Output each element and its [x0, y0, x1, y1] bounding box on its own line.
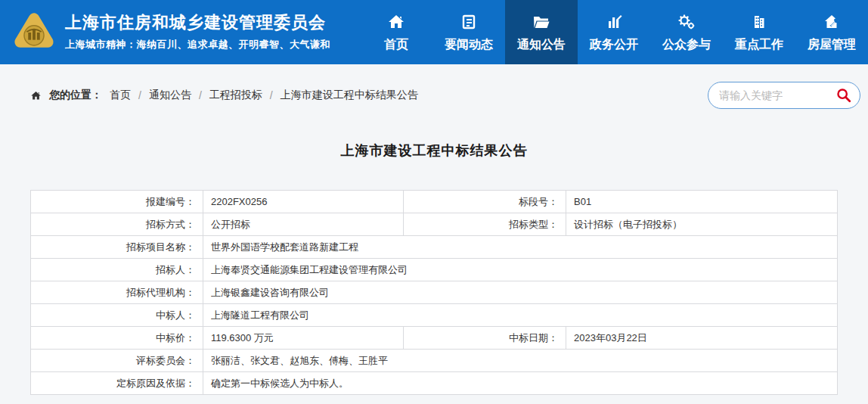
- news-icon: [460, 12, 478, 32]
- table-row: 招标代理机构： 上海银鑫建设咨询有限公司: [31, 281, 838, 304]
- table-row: 评标委员会： 张丽洁、张文君、赵旭东、傅梅、王胜平: [31, 350, 838, 372]
- chart-book-icon: [605, 12, 623, 32]
- field-value: B01: [566, 191, 838, 213]
- field-label: 定标原因及依据：: [31, 372, 203, 395]
- table-row: 报建编号： 2202FX0256 标段号： B01: [31, 191, 838, 213]
- nav-item-label: 房屋管理: [808, 37, 856, 53]
- breadcrumb: 您的位置： 首页 / 通知公告 / 工程招投标 / 上海市建设工程中标结果公告: [30, 89, 418, 102]
- site-title: 上海市住房和城乡建设管理委员会: [65, 13, 330, 33]
- field-value: 上海隧道工程有限公司: [203, 304, 838, 327]
- search-box: [708, 82, 860, 109]
- field-value: 2202FX0256: [203, 191, 404, 213]
- field-value: 设计招标（电子招投标）: [566, 213, 838, 236]
- table-row: 中标价： 119.6300 万元 中标日期： 2023年03月22日: [31, 327, 838, 350]
- nav-item-notices[interactable]: 通知公告: [505, 0, 578, 64]
- field-label: 招标方式：: [31, 213, 203, 236]
- breadcrumb-separator: /: [270, 89, 273, 101]
- field-value: 世界外国语学校配套道路新建工程: [203, 236, 838, 259]
- house-tools-icon: [823, 12, 841, 32]
- nav-item-gov-affairs[interactable]: 政务公开: [578, 0, 650, 64]
- main-nav: 首页 要闻动态 通知公告: [360, 0, 868, 64]
- breadcrumb-home-icon: [30, 90, 42, 101]
- breadcrumb-separator: /: [138, 89, 141, 101]
- site-brand[interactable]: 上海市住房和城乡建设管理委员会 上海城市精神：海纳百川、追求卓越、开明睿智、大气…: [0, 0, 330, 64]
- table-row: 招标项目名称： 世界外国语学校配套道路新建工程: [31, 236, 838, 259]
- breadcrumb-separator: /: [199, 89, 202, 101]
- field-value: 119.6300 万元: [203, 327, 404, 350]
- breadcrumb-item-home[interactable]: 首页: [110, 89, 131, 102]
- field-label: 招标代理机构：: [31, 281, 203, 304]
- field-label: 报建编号：: [31, 191, 203, 213]
- search-button[interactable]: [835, 87, 852, 104]
- field-value: 公开招标: [203, 213, 404, 236]
- table-row: 招标方式： 公开招标 招标类型： 设计招标（电子招投标）: [31, 213, 838, 236]
- nav-item-label: 政务公开: [590, 37, 638, 53]
- field-label: 招标项目名称：: [31, 236, 203, 259]
- breadcrumb-item-bidding[interactable]: 工程招投标: [209, 89, 262, 102]
- page-title: 上海市建设工程中标结果公告: [0, 141, 868, 160]
- nav-item-label: 通知公告: [517, 37, 566, 53]
- site-header: 上海市住房和城乡建设管理委员会 上海城市精神：海纳百川、追求卓越、开明睿智、大气…: [0, 0, 868, 64]
- nav-item-public-participation[interactable]: 公众参与: [650, 0, 723, 64]
- field-label: 中标价：: [31, 327, 203, 350]
- field-value: 确定第一中标候选人为中标人。: [203, 372, 838, 395]
- table-row: 中标人： 上海隧道工程有限公司: [31, 304, 838, 327]
- nav-item-label: 公众参与: [662, 37, 711, 53]
- nav-item-housing-management[interactable]: 房屋管理: [795, 0, 868, 64]
- nav-item-key-work[interactable]: 重点工作: [723, 0, 795, 64]
- field-value: 2023年03月22日: [566, 327, 838, 350]
- committee-logo-icon: [12, 11, 56, 54]
- breadcrumb-prefix: 您的位置：: [49, 89, 102, 102]
- field-value: 张丽洁、张文君、赵旭东、傅梅、王胜平: [203, 350, 838, 372]
- field-label: 中标人：: [31, 304, 203, 327]
- field-label: 招标人：: [31, 259, 203, 281]
- field-label: 招标类型：: [404, 213, 566, 236]
- nav-item-label: 要闻动态: [445, 37, 493, 53]
- nav-item-label: 首页: [384, 37, 408, 53]
- site-subtitle: 上海城市精神：海纳百川、追求卓越、开明睿智、大气谦和: [65, 38, 330, 51]
- building-icon: [750, 12, 768, 32]
- breadcrumb-item-current: 上海市建设工程中标结果公告: [281, 89, 418, 102]
- nav-item-label: 重点工作: [735, 37, 783, 53]
- gears-icon: [677, 12, 696, 32]
- field-label: 评标委员会：: [31, 350, 203, 372]
- nav-item-home[interactable]: 首页: [360, 0, 432, 64]
- folder-icon: [532, 12, 551, 32]
- field-value: 上海奉贤交通能源集团工程建设管理有限公司: [203, 259, 838, 281]
- table-row: 招标人： 上海奉贤交通能源集团工程建设管理有限公司: [31, 259, 838, 281]
- field-label: 标段号：: [404, 191, 566, 213]
- bid-result-table: 报建编号： 2202FX0256 标段号： B01 招标方式： 公开招标 招标类…: [30, 190, 838, 395]
- breadcrumb-bar: 您的位置： 首页 / 通知公告 / 工程招投标 / 上海市建设工程中标结果公告: [0, 64, 868, 110]
- field-value: 上海银鑫建设咨询有限公司: [203, 281, 838, 304]
- table-row: 定标原因及依据： 确定第一中标候选人为中标人。: [31, 372, 838, 395]
- nav-item-news[interactable]: 要闻动态: [432, 0, 505, 64]
- search-icon: [835, 87, 852, 104]
- breadcrumb-item-notices[interactable]: 通知公告: [149, 89, 191, 102]
- home-icon: [387, 12, 405, 32]
- field-label: 中标日期：: [404, 327, 566, 350]
